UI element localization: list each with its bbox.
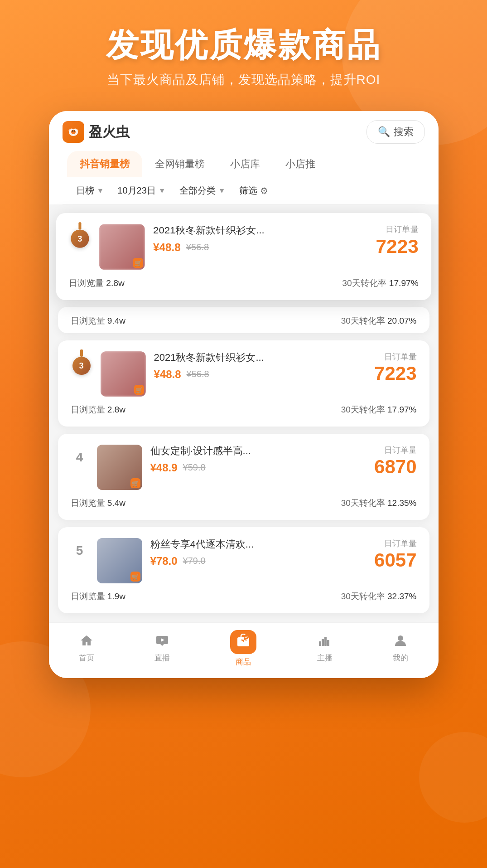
search-icon: 🔍 [378,126,390,138]
product-stats-partial: 日浏览量 9.4w 30天转化率 20.07% [71,315,417,327]
product-card-1-partial[interactable]: 日浏览量 9.4w 30天转化率 20.07% [58,307,429,333]
order-count-3: 6870 [374,456,416,477]
nav-label-live: 直播 [154,653,170,663]
product-card-featured[interactable]: 3 🛒 2021秋冬新款针织衫女... ¥48.8 ¥56.8 日订 [56,213,431,300]
product-nav-bg [230,630,256,654]
medal-body-2: 3 [72,357,91,375]
product-image-featured: 🛒 [99,224,145,270]
filter-daily-arrow: ▼ [97,187,104,195]
app-header: 盈火虫 🔍 搜索 抖音销量榜 全网销量榜 小店库 小店推 [49,111,439,204]
product-info-3: 仙女定制·设计感半高... ¥48.9 ¥59.8 [150,445,366,474]
conversion-4: 30天转化率 32.37% [341,591,417,602]
product-list: 3 🛒 2021秋冬新款针织衫女... ¥48.8 ¥56.8 日订 [49,204,439,622]
nav-item-home[interactable]: 首页 [79,634,94,663]
order-label-3: 日订单量 [374,445,416,456]
product-name-2: 2021秋冬新款针织衫女... [154,351,281,364]
filter-advanced-label: 筛选 [239,184,257,197]
daily-views-4: 日浏览量 1.9w [71,591,125,602]
tab-shop-push[interactable]: 小店推 [273,151,328,177]
tab-shop-library[interactable]: 小店库 [217,151,273,177]
conversion-2: 30天转化率 17.97% [341,404,417,416]
tab-douyin-sales[interactable]: 抖音销量榜 [67,151,142,177]
nav-item-mine[interactable]: 我的 [393,634,408,663]
product-cart-icon-3: 🛒 [130,478,140,488]
product-stats-row-4: 日浏览量 1.9w 30天转化率 32.37% [71,591,417,602]
daily-views-value-featured: 2.8w [106,278,125,288]
product-info-2: 2021秋冬新款针织衫女... ¥48.8 ¥56.8 [154,351,366,381]
product-info-featured: 2021秋冬新款针织衫女... ¥48.8 ¥56.8 [153,224,367,253]
tab-all-sales[interactable]: 全网销量榜 [142,151,217,177]
search-label: 搜索 [394,125,414,139]
daily-views-3: 日浏览量 5.4w [71,497,125,509]
product-image-4: 🛒 [97,538,142,583]
product-stats-row-3: 日浏览量 5.4w 30天转化率 12.35% [71,497,417,509]
product-card-2[interactable]: 3 🛒 2021秋冬新款针织衫女... ¥48.8 ¥56.8 日订 [58,340,429,427]
product-price-row-featured: ¥48.8 ¥56.8 [153,241,367,253]
nav-label-anchor: 主播 [317,653,333,663]
filter-advanced-icon: ⚙ [260,185,268,196]
nav-item-product[interactable]: 商品 [230,630,256,667]
rank-badge-3: 4 [71,445,89,465]
product-order-col-2: 日订单量 7223 [374,351,416,383]
product-info-4: 粉丝专享4代逐本清欢... ¥78.0 ¥79.0 [150,538,366,567]
product-image-3: 🛒 [97,445,142,490]
price-current-featured: ¥48.8 [153,241,181,253]
search-button[interactable]: 🔍 搜索 [366,120,425,144]
product-name-3: 仙女定制·设计感半高... [150,445,277,458]
rank-number-3: 4 [76,446,83,465]
product-price-row-4: ¥78.0 ¥79.0 [150,555,366,567]
filter-bar: 日榜 ▼ 10月23日 ▼ 全部分类 ▼ 筛选 ⚙ [63,177,425,204]
product-main-row-2: 3 🛒 2021秋冬新款针织衫女... ¥48.8 ¥56.8 日订 [71,351,417,397]
product-name-featured: 2021秋冬新款针织衫女... [153,224,281,237]
filter-category-arrow: ▼ [218,187,226,195]
price-current-4: ¥78.0 [150,555,178,567]
product-cart-icon-featured: 🛒 [133,258,143,268]
price-original-3: ¥59.8 [183,462,206,473]
product-cart-icon-4: 🛒 [130,572,140,582]
live-icon [155,634,169,650]
order-label-2: 日订单量 [374,351,416,362]
app-logo: 盈火虫 [63,121,130,143]
filter-date[interactable]: 10月23日 ▼ [117,184,165,197]
price-original-2: ¥56.8 [187,369,209,379]
product-price-row-2: ¥48.8 ¥56.8 [154,368,366,381]
product-card-3[interactable]: 4 🛒 仙女定制·设计感半高... ¥48.9 ¥59.8 日订单量 6870 [58,434,429,520]
filter-date-arrow: ▼ [159,187,166,195]
mine-icon [394,634,407,650]
product-price-row-3: ¥48.9 ¥59.8 [150,461,366,474]
svg-rect-13 [327,640,329,646]
rank-badge-4: 5 [71,538,89,558]
product-main-row-featured: 3 🛒 2021秋冬新款针织衫女... ¥48.8 ¥56.8 日订 [69,224,419,270]
filter-category[interactable]: 全部分类 ▼ [179,184,226,197]
filter-advanced[interactable]: 筛选 ⚙ [239,184,268,197]
product-cart-icon-2: 🛒 [134,385,144,395]
nav-label-product: 商品 [236,657,251,667]
conversion-value-featured: 17.97% [389,278,418,288]
filter-daily-label: 日榜 [76,184,94,197]
nav-label-mine: 我的 [393,653,408,663]
order-label-4: 日订单量 [374,538,416,549]
product-order-col-3: 日订单量 6870 [374,445,416,476]
nav-item-live[interactable]: 直播 [154,634,170,663]
product-image-2: 🛒 [101,351,146,397]
rank-badge-2: 3 [71,351,92,378]
filter-date-label: 10月23日 [117,184,156,197]
bottom-nav: 首页 直播 [49,622,439,678]
svg-point-4 [72,131,73,132]
price-original-featured: ¥56.8 [186,242,209,252]
daily-views-2: 日浏览量 2.8w [71,404,125,416]
medal-ribbon-2 [80,349,83,357]
nav-label-home: 首页 [79,653,94,663]
product-name-4: 粉丝专享4代逐本清欢... [150,538,277,551]
conversion-3: 30天转化率 12.35% [341,497,417,509]
svg-point-3 [71,130,76,134]
hero-section: 发现优质爆款商品 当下最火商品及店铺，发现选品策略，提升ROI [0,0,487,97]
rank-badge-featured: 3 [69,224,91,252]
product-order-col-4: 日订单量 6057 [374,538,416,570]
filter-daily[interactable]: 日榜 ▼ [76,184,104,197]
nav-item-anchor[interactable]: 主播 [317,634,333,663]
svg-rect-12 [324,637,327,646]
app-top-bar: 盈火虫 🔍 搜索 [63,120,425,144]
product-card-4[interactable]: 5 🛒 粉丝专享4代逐本清欢... ¥78.0 ¥79.0 日订单量 6057 [58,527,429,613]
product-main-row-4: 5 🛒 粉丝专享4代逐本清欢... ¥78.0 ¥79.0 日订单量 6057 [71,538,417,583]
